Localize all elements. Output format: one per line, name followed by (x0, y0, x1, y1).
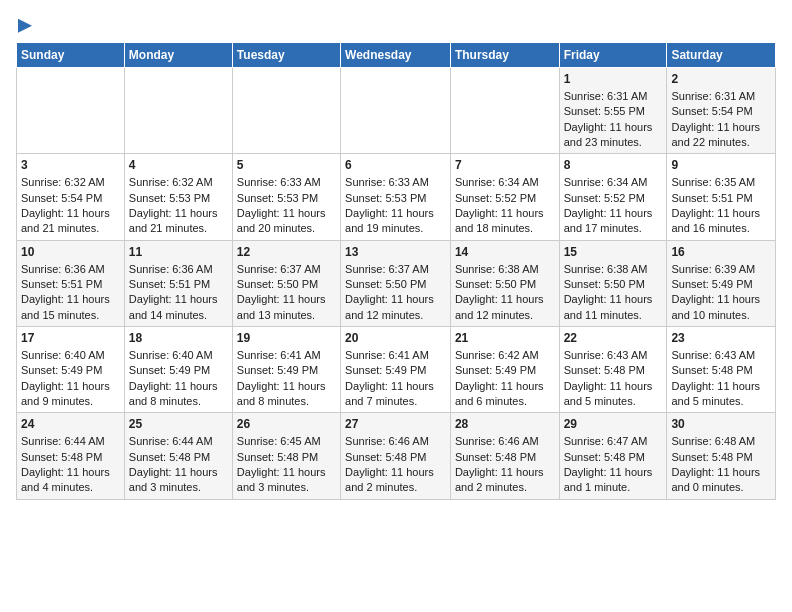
calendar-cell: 6Sunrise: 6:33 AMSunset: 5:53 PMDaylight… (341, 154, 451, 240)
day-number: 17 (21, 330, 120, 347)
day-info: Sunrise: 6:40 AMSunset: 5:49 PMDaylight:… (21, 349, 110, 407)
day-header-tuesday: Tuesday (232, 43, 340, 68)
day-info: Sunrise: 6:37 AMSunset: 5:50 PMDaylight:… (345, 263, 434, 321)
day-info: Sunrise: 6:32 AMSunset: 5:54 PMDaylight:… (21, 176, 110, 234)
day-number: 29 (564, 416, 663, 433)
calendar-cell (124, 68, 232, 154)
calendar-cell: 11Sunrise: 6:36 AMSunset: 5:51 PMDayligh… (124, 240, 232, 326)
day-number: 26 (237, 416, 336, 433)
day-number: 28 (455, 416, 555, 433)
week-row-5: 24Sunrise: 6:44 AMSunset: 5:48 PMDayligh… (17, 413, 776, 499)
calendar-cell: 13Sunrise: 6:37 AMSunset: 5:50 PMDayligh… (341, 240, 451, 326)
calendar-cell: 25Sunrise: 6:44 AMSunset: 5:48 PMDayligh… (124, 413, 232, 499)
calendar-cell: 15Sunrise: 6:38 AMSunset: 5:50 PMDayligh… (559, 240, 667, 326)
day-info: Sunrise: 6:38 AMSunset: 5:50 PMDaylight:… (455, 263, 544, 321)
calendar-cell: 9Sunrise: 6:35 AMSunset: 5:51 PMDaylight… (667, 154, 776, 240)
day-header-friday: Friday (559, 43, 667, 68)
day-info: Sunrise: 6:45 AMSunset: 5:48 PMDaylight:… (237, 435, 326, 493)
day-number: 23 (671, 330, 771, 347)
calendar-body: 1Sunrise: 6:31 AMSunset: 5:55 PMDaylight… (17, 68, 776, 500)
calendar-cell: 22Sunrise: 6:43 AMSunset: 5:48 PMDayligh… (559, 327, 667, 413)
day-info: Sunrise: 6:42 AMSunset: 5:49 PMDaylight:… (455, 349, 544, 407)
logo (16, 16, 32, 34)
day-number: 13 (345, 244, 446, 261)
day-number: 8 (564, 157, 663, 174)
day-info: Sunrise: 6:44 AMSunset: 5:48 PMDaylight:… (21, 435, 110, 493)
day-number: 16 (671, 244, 771, 261)
day-number: 30 (671, 416, 771, 433)
day-number: 24 (21, 416, 120, 433)
calendar-cell: 29Sunrise: 6:47 AMSunset: 5:48 PMDayligh… (559, 413, 667, 499)
day-number: 4 (129, 157, 228, 174)
calendar-cell: 16Sunrise: 6:39 AMSunset: 5:49 PMDayligh… (667, 240, 776, 326)
calendar-cell: 21Sunrise: 6:42 AMSunset: 5:49 PMDayligh… (450, 327, 559, 413)
day-header-sunday: Sunday (17, 43, 125, 68)
day-info: Sunrise: 6:39 AMSunset: 5:49 PMDaylight:… (671, 263, 760, 321)
day-info: Sunrise: 6:33 AMSunset: 5:53 PMDaylight:… (345, 176, 434, 234)
day-info: Sunrise: 6:33 AMSunset: 5:53 PMDaylight:… (237, 176, 326, 234)
calendar-cell: 18Sunrise: 6:40 AMSunset: 5:49 PMDayligh… (124, 327, 232, 413)
day-info: Sunrise: 6:41 AMSunset: 5:49 PMDaylight:… (345, 349, 434, 407)
day-number: 21 (455, 330, 555, 347)
day-info: Sunrise: 6:40 AMSunset: 5:49 PMDaylight:… (129, 349, 218, 407)
day-number: 22 (564, 330, 663, 347)
calendar-cell: 26Sunrise: 6:45 AMSunset: 5:48 PMDayligh… (232, 413, 340, 499)
day-info: Sunrise: 6:32 AMSunset: 5:53 PMDaylight:… (129, 176, 218, 234)
day-number: 5 (237, 157, 336, 174)
week-row-1: 1Sunrise: 6:31 AMSunset: 5:55 PMDaylight… (17, 68, 776, 154)
calendar-cell: 10Sunrise: 6:36 AMSunset: 5:51 PMDayligh… (17, 240, 125, 326)
calendar-cell: 20Sunrise: 6:41 AMSunset: 5:49 PMDayligh… (341, 327, 451, 413)
calendar-cell (17, 68, 125, 154)
day-info: Sunrise: 6:37 AMSunset: 5:50 PMDaylight:… (237, 263, 326, 321)
calendar-cell: 3Sunrise: 6:32 AMSunset: 5:54 PMDaylight… (17, 154, 125, 240)
day-number: 20 (345, 330, 446, 347)
day-number: 3 (21, 157, 120, 174)
day-info: Sunrise: 6:31 AMSunset: 5:54 PMDaylight:… (671, 90, 760, 148)
day-info: Sunrise: 6:46 AMSunset: 5:48 PMDaylight:… (345, 435, 434, 493)
week-row-4: 17Sunrise: 6:40 AMSunset: 5:49 PMDayligh… (17, 327, 776, 413)
day-number: 18 (129, 330, 228, 347)
day-number: 7 (455, 157, 555, 174)
day-info: Sunrise: 6:44 AMSunset: 5:48 PMDaylight:… (129, 435, 218, 493)
day-info: Sunrise: 6:34 AMSunset: 5:52 PMDaylight:… (564, 176, 653, 234)
day-header-thursday: Thursday (450, 43, 559, 68)
day-number: 1 (564, 71, 663, 88)
day-header-wednesday: Wednesday (341, 43, 451, 68)
calendar-cell: 1Sunrise: 6:31 AMSunset: 5:55 PMDaylight… (559, 68, 667, 154)
day-info: Sunrise: 6:47 AMSunset: 5:48 PMDaylight:… (564, 435, 653, 493)
calendar-cell (341, 68, 451, 154)
day-info: Sunrise: 6:38 AMSunset: 5:50 PMDaylight:… (564, 263, 653, 321)
day-number: 10 (21, 244, 120, 261)
day-header-saturday: Saturday (667, 43, 776, 68)
week-row-2: 3Sunrise: 6:32 AMSunset: 5:54 PMDaylight… (17, 154, 776, 240)
day-info: Sunrise: 6:35 AMSunset: 5:51 PMDaylight:… (671, 176, 760, 234)
day-number: 19 (237, 330, 336, 347)
day-number: 15 (564, 244, 663, 261)
day-number: 12 (237, 244, 336, 261)
calendar-cell: 7Sunrise: 6:34 AMSunset: 5:52 PMDaylight… (450, 154, 559, 240)
calendar-cell: 23Sunrise: 6:43 AMSunset: 5:48 PMDayligh… (667, 327, 776, 413)
day-number: 25 (129, 416, 228, 433)
day-info: Sunrise: 6:43 AMSunset: 5:48 PMDaylight:… (564, 349, 653, 407)
day-info: Sunrise: 6:41 AMSunset: 5:49 PMDaylight:… (237, 349, 326, 407)
calendar-cell: 28Sunrise: 6:46 AMSunset: 5:48 PMDayligh… (450, 413, 559, 499)
calendar-table: SundayMondayTuesdayWednesdayThursdayFrid… (16, 42, 776, 500)
day-number: 6 (345, 157, 446, 174)
calendar-cell: 2Sunrise: 6:31 AMSunset: 5:54 PMDaylight… (667, 68, 776, 154)
calendar-header: SundayMondayTuesdayWednesdayThursdayFrid… (17, 43, 776, 68)
day-info: Sunrise: 6:31 AMSunset: 5:55 PMDaylight:… (564, 90, 653, 148)
calendar-cell: 4Sunrise: 6:32 AMSunset: 5:53 PMDaylight… (124, 154, 232, 240)
calendar-cell: 27Sunrise: 6:46 AMSunset: 5:48 PMDayligh… (341, 413, 451, 499)
day-info: Sunrise: 6:34 AMSunset: 5:52 PMDaylight:… (455, 176, 544, 234)
calendar-cell: 19Sunrise: 6:41 AMSunset: 5:49 PMDayligh… (232, 327, 340, 413)
calendar-cell: 8Sunrise: 6:34 AMSunset: 5:52 PMDaylight… (559, 154, 667, 240)
day-number: 11 (129, 244, 228, 261)
day-info: Sunrise: 6:43 AMSunset: 5:48 PMDaylight:… (671, 349, 760, 407)
day-info: Sunrise: 6:48 AMSunset: 5:48 PMDaylight:… (671, 435, 760, 493)
calendar-cell (232, 68, 340, 154)
day-number: 27 (345, 416, 446, 433)
day-info: Sunrise: 6:46 AMSunset: 5:48 PMDaylight:… (455, 435, 544, 493)
week-row-3: 10Sunrise: 6:36 AMSunset: 5:51 PMDayligh… (17, 240, 776, 326)
calendar-cell (450, 68, 559, 154)
logo-arrow-icon (18, 19, 32, 33)
